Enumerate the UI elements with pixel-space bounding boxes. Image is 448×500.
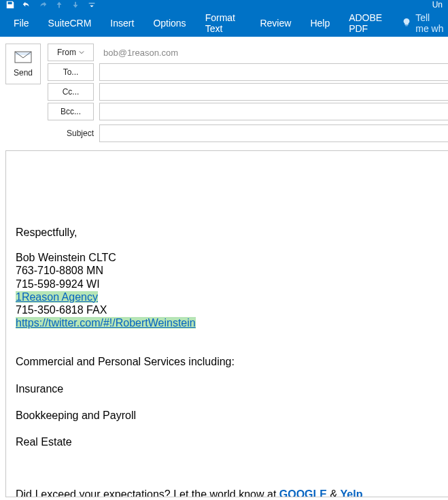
bcc-row: Bcc... [48, 103, 448, 120]
to-button[interactable]: To... [48, 63, 94, 81]
from-label: From [57, 48, 76, 57]
to-input[interactable] [99, 63, 448, 81]
tab-review[interactable]: Review [250, 10, 300, 37]
svg-rect-1 [16, 52, 31, 55]
ribbon-tabs: File SuiteCRM Insert Options Format Text… [0, 10, 448, 37]
signature-phone-wi: 715-598-9924 WI [16, 278, 438, 290]
undo-icon[interactable] [22, 0, 31, 10]
bcc-button[interactable]: Bcc... [48, 103, 94, 120]
yelp-link[interactable]: Yelp [341, 488, 363, 497]
title-bar: Un [0, 0, 448, 10]
signature-name: Bob Weinstein CLTC [16, 251, 438, 264]
tab-options[interactable]: Options [143, 10, 195, 37]
service-insurance: Insurance [16, 382, 438, 395]
bcc-input[interactable] [99, 103, 448, 120]
send-envelope-icon [14, 51, 32, 65]
signature-phone-mn: 763-710-8808 MN [16, 264, 438, 277]
save-icon[interactable] [5, 0, 15, 10]
tell-me-search[interactable]: Tell me wh [402, 12, 444, 34]
to-row: To... [48, 63, 448, 81]
tab-insert[interactable]: Insert [101, 10, 143, 37]
tab-file[interactable]: File [4, 10, 39, 37]
send-label: Send [14, 68, 33, 78]
google-link[interactable]: GOOGLE [279, 488, 327, 497]
cc-button[interactable]: Cc... [48, 83, 94, 101]
services-heading: Commercial and Personal Services includi… [16, 355, 438, 368]
redo-icon [38, 0, 48, 10]
signature-fax: 715-350-6818 FAX [16, 303, 438, 316]
qat-customize-icon[interactable] [87, 0, 97, 10]
cc-row: Cc... [48, 83, 448, 101]
send-button[interactable]: Send [5, 44, 41, 84]
tab-format-text[interactable]: Format Text [196, 10, 251, 37]
from-value: bob@1reason.com [99, 44, 448, 61]
tab-help[interactable]: Help [300, 10, 339, 37]
chevron-down-icon [79, 50, 84, 55]
subject-input[interactable] [99, 124, 448, 142]
compose-header: Send From bob@1reason.com To... Cc... Bc… [0, 37, 448, 142]
subject-row: Subject [48, 124, 448, 142]
message-body[interactable]: Respectfully, Bob Weinstein CLTC 763-710… [5, 150, 448, 497]
agency-link[interactable]: 1Reason Agency [16, 291, 98, 303]
service-real-estate: Real Estate [16, 435, 438, 448]
service-bookkeeping: Bookkeeping and Payroll [16, 409, 438, 422]
tab-adobe-pdf[interactable]: ADOBE PDF [339, 10, 398, 37]
lightbulb-icon [402, 18, 411, 29]
greeting: Respectfully, [16, 226, 438, 239]
up-arrow-icon [54, 0, 64, 10]
from-button[interactable]: From [48, 44, 94, 61]
tab-suitecrm[interactable]: SuiteCRM [39, 10, 101, 37]
quick-access-toolbar [5, 0, 97, 10]
review-line: Did I exceed your expectations? Let the … [16, 488, 438, 497]
review-amp: & [327, 488, 341, 497]
down-arrow-icon [71, 0, 80, 10]
review-pre: Did I exceed your expectations? Let the … [16, 488, 279, 497]
cc-input[interactable] [99, 83, 448, 101]
tell-me-label: Tell me wh [415, 12, 444, 34]
title-bar-right-text: Un [432, 0, 443, 10]
twitter-link[interactable]: https://twitter.com/#!/RobertWeinstein [16, 317, 196, 329]
subject-label: Subject [48, 124, 94, 142]
signature-block: Respectfully, Bob Weinstein CLTC 763-710… [16, 163, 438, 497]
from-row: From bob@1reason.com [48, 44, 448, 61]
